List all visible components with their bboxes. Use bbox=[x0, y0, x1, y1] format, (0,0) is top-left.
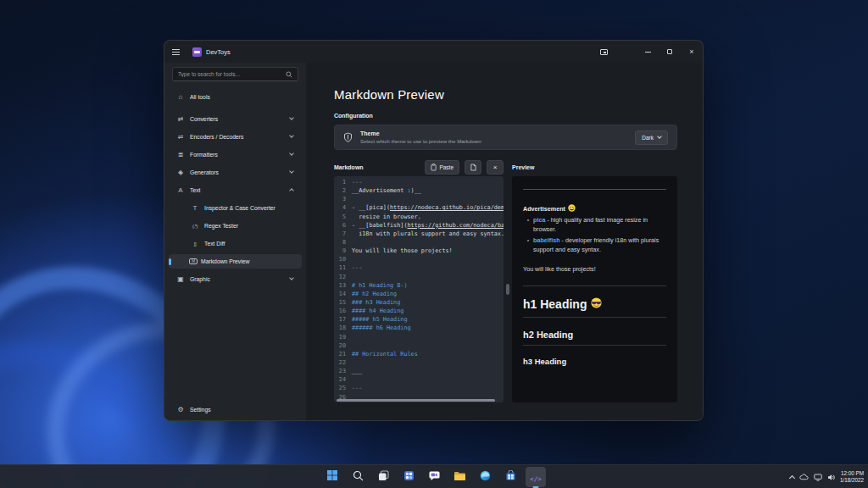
taskbar-button-chat[interactable] bbox=[424, 467, 444, 487]
bullet-icon: • bbox=[523, 216, 533, 235]
sidebar-item-inspector-case-converter[interactable]: TInspector & Case Converter bbox=[169, 201, 302, 215]
taskbar-clock[interactable]: 12:00 PM 1/18/2022 bbox=[840, 470, 864, 484]
pane-splitter-handle[interactable] bbox=[506, 284, 509, 295]
sidebar-item-label: Encoders / Decoders bbox=[190, 134, 243, 140]
home-icon: ⌂ bbox=[175, 93, 186, 101]
editor-line[interactable]: 9You will like those projects! bbox=[334, 247, 504, 255]
editor-code-text: i18n with plurals support and easy synta… bbox=[352, 230, 504, 238]
convert-icon: ⇄ bbox=[175, 115, 186, 123]
markdown-icon: M bbox=[189, 258, 198, 264]
preview-link[interactable]: pica bbox=[533, 216, 545, 224]
hidden-icons-chevron[interactable] bbox=[789, 474, 795, 480]
paste-button[interactable]: Paste bbox=[425, 160, 459, 175]
editor-line[interactable]: 8 bbox=[334, 238, 504, 247]
case-converter-icon: T bbox=[189, 204, 201, 212]
editor-line[interactable]: 11--- bbox=[334, 263, 504, 272]
editor-line[interactable]: 7 i18n with plurals support and easy syn… bbox=[334, 230, 504, 238]
taskbar-button-store[interactable] bbox=[500, 467, 520, 487]
taskbar-button-edge[interactable] bbox=[475, 467, 495, 487]
editor-line[interactable]: 25--- bbox=[334, 384, 504, 392]
editor-line[interactable]: 1--- bbox=[334, 178, 504, 186]
sidebar-item-settings[interactable]: ⚙ Settings bbox=[169, 402, 302, 417]
line-number: 17 bbox=[334, 315, 346, 324]
devtoys-icon: </> bbox=[530, 469, 542, 485]
sidebar-item-text[interactable]: AText bbox=[169, 183, 302, 197]
markdown-editor[interactable]: 1---2__Advertisement :)__34- __[pica](ht… bbox=[334, 176, 504, 402]
line-number: 12 bbox=[334, 273, 346, 281]
editor-line[interactable]: 20 bbox=[334, 341, 504, 350]
search-icon bbox=[353, 469, 364, 485]
editor-line[interactable]: 3 bbox=[334, 195, 504, 203]
editor-line[interactable]: 5 resize in browser. bbox=[334, 213, 504, 221]
sidebar-item-label: Regex Tester bbox=[204, 223, 238, 229]
close-button[interactable]: × bbox=[681, 41, 703, 63]
sidebar-item-encoders-decoders[interactable]: ⇌Encoders / Decoders bbox=[169, 130, 302, 144]
chevron-down-icon bbox=[657, 134, 662, 139]
generate-icon: ◈ bbox=[175, 169, 186, 176]
sidebar-item-regex-tester[interactable]: (.*)Regex Tester bbox=[169, 219, 302, 233]
preview-h3: h3 Heading bbox=[523, 357, 666, 366]
editor-line[interactable]: 24 bbox=[334, 375, 504, 384]
preview-list-text: - high quality and fast image resize in … bbox=[533, 216, 648, 233]
editor-line[interactable]: 17##### h5 Heading bbox=[334, 315, 504, 324]
clear-button[interactable]: × bbox=[487, 160, 504, 175]
compact-overlay-button[interactable] bbox=[593, 41, 615, 63]
editor-line[interactable]: 19 bbox=[334, 333, 504, 341]
sidebar-item-label: Formatters bbox=[190, 152, 218, 158]
editor-line[interactable]: 21## Horizontal Rules bbox=[334, 350, 504, 358]
editor-line[interactable]: 12 bbox=[334, 273, 504, 281]
editor-line[interactable]: 10 bbox=[334, 255, 504, 263]
bullet-icon: • bbox=[523, 236, 533, 255]
editor-line[interactable]: 13# h1 Heading 8-) bbox=[334, 281, 504, 290]
sidebar-item-text-diff[interactable]: []Text Diff bbox=[169, 236, 302, 251]
editor-line[interactable]: 18###### h6 Heading bbox=[334, 324, 504, 332]
theme-icon bbox=[343, 132, 353, 142]
onedrive-icon[interactable] bbox=[799, 474, 809, 480]
taskbar-button-start[interactable] bbox=[322, 467, 342, 487]
line-number: 21 bbox=[334, 350, 346, 358]
search-input[interactable] bbox=[178, 71, 286, 77]
sidebar-item-graphic[interactable]: ▣Graphic bbox=[169, 272, 302, 286]
editor-code-text: ##### h5 Heading bbox=[352, 315, 407, 324]
editor-line[interactable]: 22 bbox=[334, 358, 504, 367]
sidebar-item-label: Inspector & Case Converter bbox=[204, 205, 275, 211]
theme-dropdown[interactable]: Dark bbox=[635, 130, 668, 145]
taskbar-button-search[interactable] bbox=[348, 467, 368, 487]
editor-line[interactable]: 23___ bbox=[334, 367, 504, 375]
taskbar-button-task-view[interactable] bbox=[373, 467, 393, 487]
volume-icon[interactable] bbox=[827, 474, 835, 481]
devtoys-window: DevToys × ⌂All tools⇄Converters⇌Encoders… bbox=[164, 40, 704, 421]
sidebar-item-formatters[interactable]: ≣Formatters bbox=[169, 147, 302, 162]
app-title: DevToys bbox=[206, 48, 231, 56]
tool-search-box[interactable] bbox=[172, 67, 298, 81]
line-number: 22 bbox=[334, 358, 346, 367]
editor-line[interactable]: 2__Advertisement :)__ bbox=[334, 186, 504, 195]
maximize-button[interactable] bbox=[659, 41, 681, 63]
sidebar-item-converters[interactable]: ⇄Converters bbox=[169, 112, 302, 126]
minimize-button[interactable] bbox=[637, 41, 659, 63]
horizontal-scrollbar[interactable] bbox=[337, 399, 495, 402]
sidebar-item-generators[interactable]: ◈Generators bbox=[169, 165, 302, 180]
taskbar-button-devtoys[interactable]: </> bbox=[526, 467, 546, 487]
taskbar-button-widgets[interactable] bbox=[398, 467, 419, 487]
sidebar: ⌂All tools⇄Converters⇌Encoders / Decoder… bbox=[164, 63, 306, 421]
preview-link[interactable]: babelfish bbox=[533, 236, 560, 244]
sidebar-item-markdown-preview[interactable]: MMarkdown Preview bbox=[169, 254, 302, 269]
editor-line[interactable]: 6- __[babelfish](https://github.com/node… bbox=[334, 221, 504, 230]
sidebar-item-label: Graphic bbox=[190, 276, 210, 282]
file-explorer-icon bbox=[453, 469, 465, 485]
editor-line[interactable]: 15### h3 Heading bbox=[334, 298, 504, 307]
editor-line[interactable]: 4- __[pica](https://nodeca.github.io/pic… bbox=[334, 203, 504, 212]
editor-line[interactable]: 14## h2 Heading bbox=[334, 290, 504, 298]
editor-line[interactable]: 16#### h4 Heading bbox=[334, 307, 504, 315]
titlebar[interactable]: DevToys × bbox=[164, 41, 703, 63]
taskbar-button-file-explorer[interactable] bbox=[449, 467, 470, 487]
network-icon[interactable] bbox=[814, 474, 822, 481]
sidebar-item-all-tools[interactable]: ⌂All tools bbox=[169, 89, 302, 104]
markdown-preview-panel[interactable]: Advertisement•pica - high quality and fa… bbox=[512, 176, 677, 402]
text-icon: A bbox=[175, 186, 186, 194]
load-file-button[interactable] bbox=[465, 160, 481, 175]
hamburger-menu-button[interactable] bbox=[172, 45, 189, 58]
gear-icon: ⚙ bbox=[175, 406, 186, 413]
chevron-down-icon bbox=[289, 169, 294, 174]
